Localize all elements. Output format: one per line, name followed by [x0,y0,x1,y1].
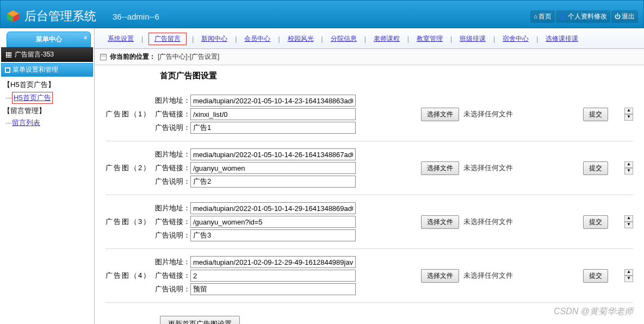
file-status: 未选择任何文件 [463,271,513,281]
breadcrumb: 你当前的位置： [广告中心]-[广告设置] [95,49,644,65]
link-input[interactable] [190,216,356,228]
stepper-down-icon[interactable]: ▼ [624,114,633,121]
stepper-down-icon[interactable]: ▼ [624,276,633,282]
stepper-up-icon[interactable]: ▲ [624,161,633,168]
file-status: 未选择任何文件 [463,217,513,227]
desc-input[interactable] [190,176,356,188]
sidebar: 菜单中心 广告留言-353 菜单设置和管理 【H5首页广告】---H5首页广告【… [0,28,95,324]
tree-item: ---H5首页广告 [3,91,91,105]
file-status: 未选择任何文件 [463,109,513,119]
sidebar-section-header[interactable]: 菜单设置和管理 [1,63,93,77]
ad-title: 广告图（3） [106,217,154,227]
square-icon [5,67,10,73]
home-icon: ⌂ [534,13,537,20]
field-label: 广告说明： [154,177,190,186]
tree-group: 【H5首页广告】 [3,79,91,91]
logo-icon [6,9,20,23]
nav-link[interactable]: 选修课排课 [538,34,586,43]
desc-input[interactable] [190,283,356,295]
stepper-down-icon[interactable]: ▼ [624,168,633,175]
choose-file-button[interactable]: 选择文件 [421,269,459,283]
nav-link[interactable]: 会员中心 [237,34,278,43]
home-link[interactable]: ⌂首页 [530,10,555,23]
field-label: 广告链接： [154,271,190,281]
field-label: 图片地址： [154,203,190,213]
submit-button[interactable]: 提交 [583,161,608,175]
choose-file-button[interactable]: 选择文件 [421,161,459,175]
breadcrumb-icon [100,54,107,60]
ad-row: 广告图（1）图片地址：广告链接：广告说明：选择文件未选择任何文件提交▲▼ [106,88,633,141]
file-status: 未选择任何文件 [463,163,513,173]
submit-button[interactable]: 提交 [583,269,608,283]
desc-input[interactable] [190,122,356,134]
link-input[interactable] [190,270,356,282]
nav-link[interactable]: 班级排课 [452,34,493,43]
img-input[interactable] [190,202,356,214]
img-input[interactable] [190,148,356,160]
update-all-button[interactable]: 更新首页广告图设置 [160,316,240,324]
field-label: 广告说明： [154,123,190,133]
choose-file-button[interactable]: 选择文件 [421,215,459,229]
profile-link[interactable]: 👤个人资料修改 [556,10,610,23]
header: 后台管理系统 36--admin--6 ⌂首页 👤个人资料修改 ⏻退出 [0,0,644,28]
nav-link[interactable]: 广告留言 [152,35,183,42]
tree-group: 【留言管理】 [3,105,91,117]
nav-link[interactable]: 分院信息 [323,34,364,43]
field-label: 图片地址： [154,257,190,267]
nav-link[interactable]: 系统设置 [100,34,141,43]
ad-title: 广告图（1） [106,109,154,119]
system-title: 后台管理系统 [24,8,96,24]
main-content: 首页广告图设置 广告图（1）图片地址：广告链接：广告说明：选择文件未选择任何文件… [95,65,644,324]
nav-separator: | [141,35,143,43]
nav-link[interactable]: 教室管理 [409,34,450,43]
sidebar-section-title: 广告留言-353 [1,47,93,62]
power-icon: ⏻ [615,13,621,20]
field-label: 图片地址： [154,149,190,159]
page-heading: 首页广告图设置 [160,71,633,81]
img-input[interactable] [190,95,356,107]
person-icon: 👤 [559,13,567,20]
stepper-up-icon[interactable]: ▲ [624,269,633,276]
stepper-up-icon[interactable]: ▲ [624,108,633,114]
grid-icon [6,52,11,58]
tree-link[interactable]: H5首页广告 [14,94,51,102]
nav-link[interactable]: 校园风光 [280,34,321,43]
nav-link[interactable]: 老师课程 [366,34,407,43]
ad-row: 广告图（4）图片地址：广告链接：广告说明：选择文件未选择任何文件提交▲▼ [106,249,633,303]
field-label: 广告链接： [154,217,190,227]
header-user-info: 36--admin--6 [113,12,159,21]
field-label: 广告说明： [154,284,190,294]
stepper-up-icon[interactable]: ▲ [624,215,633,222]
stepper-down-icon[interactable]: ▼ [624,222,633,228]
nav-link[interactable]: 新闻中心 [194,34,235,43]
link-input[interactable] [190,162,356,174]
field-label: 图片地址： [154,96,190,105]
submit-button[interactable]: 提交 [583,108,608,121]
ad-row: 广告图（2）图片地址：广告链接：广告说明：选择文件未选择任何文件提交▲▼ [106,141,633,195]
nav-link[interactable]: 宿舍中心 [495,34,536,43]
ad-title: 广告图（4） [106,271,154,281]
img-input[interactable] [190,256,356,268]
desc-input[interactable] [190,229,356,241]
link-input[interactable] [190,108,356,120]
sidebar-tab[interactable]: 菜单中心 [7,32,91,47]
tree-link[interactable]: 留言列表 [12,119,40,127]
field-label: 广告链接： [154,109,190,119]
field-label: 广告链接： [154,163,190,173]
ad-title: 广告图（2） [106,163,154,173]
choose-file-button[interactable]: 选择文件 [421,108,459,121]
tree-item: ---留言列表 [3,117,91,129]
logout-link[interactable]: ⏻退出 [611,10,638,23]
submit-button[interactable]: 提交 [583,215,608,229]
ad-row: 广告图（3）图片地址：广告链接：广告说明：选择文件未选择任何文件提交▲▼ [106,195,633,249]
top-nav: 系统设置|广告留言|新闻中心|会员中心|校园风光|分院信息|老师课程|教室管理|… [95,28,644,49]
field-label: 广告说明： [154,230,190,240]
